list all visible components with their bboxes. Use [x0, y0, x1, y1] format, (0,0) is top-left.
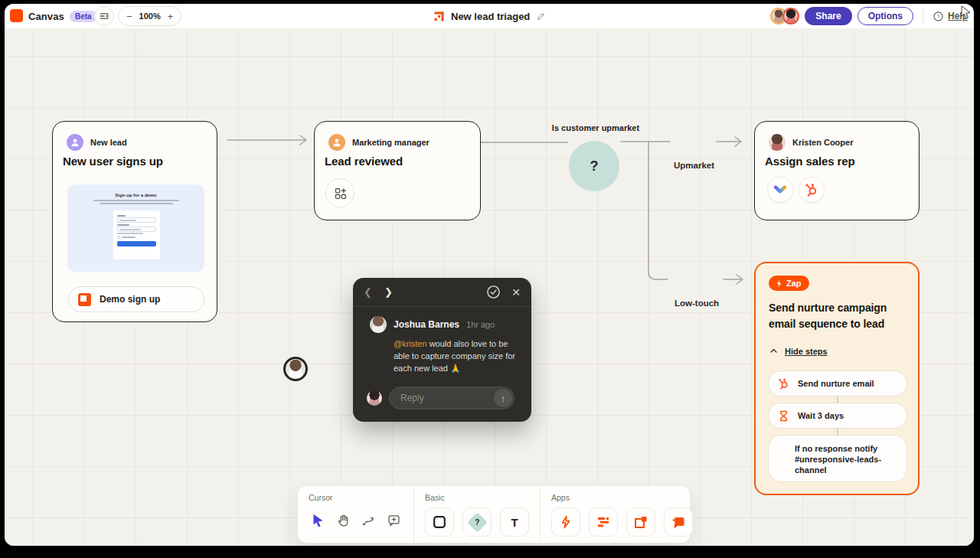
mini-form-submit-button [117, 241, 156, 246]
gradient-app-chip[interactable] [767, 177, 793, 203]
hubspot-app-chip[interactable] [799, 177, 825, 203]
zoom-control: − 100% + [118, 6, 181, 26]
text-tool-button[interactable]: T [500, 507, 529, 537]
comment-popup: ❮ ❯ ✕ Joshua Barnes 1hr ago @kristen wou… [353, 278, 531, 422]
mouse-cursor-icon [960, 5, 972, 19]
comment-timestamp: 1hr ago [466, 320, 495, 329]
person-avatar-icon [67, 134, 83, 151]
collaborator-cursor-avatar [283, 357, 308, 381]
zap-step[interactable]: Send nurture email [768, 370, 907, 396]
zap-step[interactable]: Wait 3 days [768, 403, 907, 429]
next-comment-button[interactable]: ❯ [384, 286, 393, 298]
zap-step[interactable]: If no response notify #unresponsive-lead… [768, 435, 907, 482]
hide-steps-toggle[interactable]: Hide steps [769, 346, 828, 356]
reply-avatar [367, 390, 382, 406]
demo-sign-up-chip[interactable]: Demo sign up [68, 286, 204, 312]
decision-node[interactable]: ? [569, 141, 619, 191]
app-title: Canvas [28, 11, 64, 22]
comment-tool-button[interactable] [384, 511, 403, 529]
options-button[interactable]: Options [858, 7, 913, 25]
interfaces-icon [633, 514, 648, 530]
person-avatar-icon [328, 134, 345, 151]
hubspot-icon [777, 377, 790, 390]
collapse-menu-button[interactable] [94, 6, 114, 26]
node-assign-sales-rep[interactable]: Kristen Cooper Assign sales rep [754, 121, 920, 220]
mention[interactable]: @kristen [394, 339, 427, 348]
zap-title: Send nurture campaign email sequence to … [769, 300, 910, 332]
select-tool-button[interactable] [309, 511, 327, 529]
comment-text: @kristen would also love to be able to c… [394, 338, 522, 374]
zap-tool-button[interactable] [551, 507, 580, 537]
share-button[interactable]: Share [805, 7, 851, 25]
collaborator-avatars [770, 8, 799, 24]
node-lead-reviewed[interactable]: Marketing manager Lead reviewed [314, 121, 481, 220]
svg-text:?: ? [937, 14, 940, 19]
zoom-in-button[interactable]: + [168, 11, 174, 22]
pan-tool-button[interactable] [334, 511, 352, 529]
zap-card[interactable]: Zap Send nurture campaign email sequence… [754, 262, 920, 495]
edit-title-icon[interactable] [536, 11, 546, 21]
node-role-label: New lead [90, 138, 127, 147]
comment-author: Joshua Barnes [394, 319, 459, 330]
zap-bolt-icon [558, 514, 573, 530]
select-cursor-icon [311, 513, 325, 527]
chatbots-tool-button[interactable] [664, 507, 693, 537]
basic-section-label: Basic [425, 493, 529, 502]
branch-label-low-touch: Low-touch [675, 299, 719, 308]
node-title: New user signs up [63, 155, 163, 168]
tables-icon [596, 514, 611, 530]
comment-header: ❮ ❯ ✕ [353, 278, 531, 307]
kristen-avatar [769, 134, 786, 151]
emoji: 🙏 [450, 364, 461, 373]
tables-tool-button[interactable] [589, 507, 618, 537]
prev-comment-button[interactable]: ❮ [364, 286, 372, 298]
beta-badge: Beta [70, 11, 97, 22]
connector-icon [361, 513, 376, 527]
embed-form-title: Sign up for a demo [67, 193, 204, 197]
apps-section-label: Apps [551, 493, 693, 502]
demo-sign-up-label: Demo sign up [100, 294, 160, 305]
node-new-user-signs-up[interactable]: New lead New user signs up Sign up for a… [52, 121, 217, 322]
step-connector [837, 396, 838, 403]
embedded-form-screenshot: Sign up for a demo [67, 184, 204, 272]
collapse-menu-icon [98, 10, 110, 22]
hubspot-icon [804, 182, 819, 197]
zapier-logo-icon [10, 9, 23, 22]
zap-badge: Zap [769, 276, 809, 291]
shape-tool-button[interactable] [425, 507, 454, 537]
branch-label-upmarket: Upmarket [674, 161, 714, 170]
chevron-up-icon [769, 346, 779, 356]
add-app-button[interactable] [325, 178, 354, 207]
zoom-out-button[interactable]: − [126, 11, 132, 22]
comment-plus-icon [387, 513, 401, 527]
joshua-avatar [370, 316, 387, 333]
document-title[interactable]: New lead triaged [451, 11, 530, 22]
bolt-icon [775, 279, 783, 288]
node-title: Lead reviewed [325, 155, 403, 168]
text-tool-icon: T [511, 516, 518, 529]
decision-tool-button[interactable]: ? [462, 507, 492, 537]
decision-label: Is customer upmarket [533, 123, 658, 132]
hand-icon [336, 513, 351, 527]
apps-section: Apps [540, 486, 704, 543]
chatbot-icon [671, 514, 686, 530]
send-reply-button[interactable]: ↑ [494, 389, 512, 407]
app-window: Canvas Beta − 100% + New lead triaged [5, 4, 974, 546]
node-role-label: Kristen Cooper [792, 138, 853, 147]
mini-form [113, 210, 160, 259]
connector-tool-button[interactable] [359, 511, 377, 529]
interfaces-tool-button[interactable] [626, 507, 655, 537]
resolve-check-icon[interactable] [486, 285, 501, 299]
collaborator-avatar[interactable] [782, 8, 799, 24]
topbar: Canvas Beta − 100% + New lead triaged [5, 4, 974, 28]
cursor-section: Cursor [298, 486, 413, 543]
zoom-level: 100% [139, 11, 161, 21]
interfaces-app-icon [78, 293, 91, 306]
topbar-divider [923, 9, 923, 23]
close-icon[interactable]: ✕ [511, 286, 521, 299]
delay-hourglass-icon [777, 410, 790, 423]
tool-palette: Cursor [297, 485, 691, 543]
canvas-area[interactable]: Upmarket Low-touch New lead New user sig… [5, 28, 974, 546]
gradient-chevron-icon [773, 182, 788, 197]
node-role-label: Marketing manager [352, 138, 430, 147]
